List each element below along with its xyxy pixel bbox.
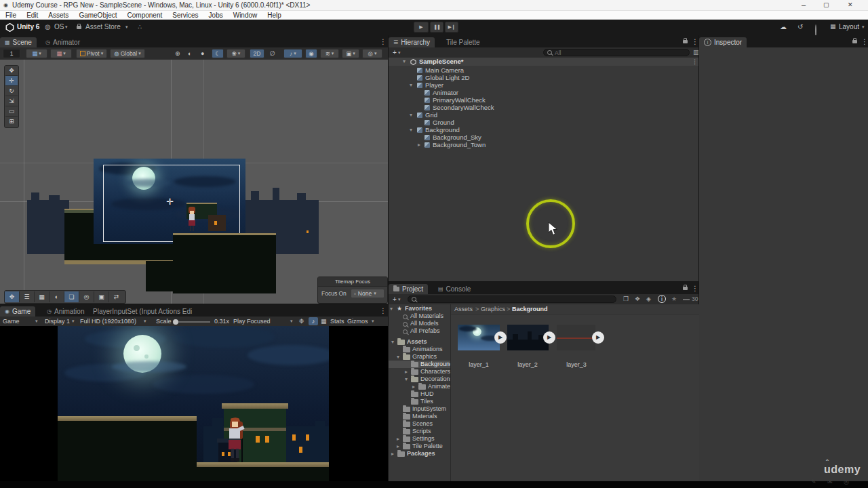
hierarchy-search-input[interactable]: All: [543, 49, 690, 56]
tab-animator[interactable]: ◷ Animator: [41, 37, 85, 47]
step-button[interactable]: ▶❙: [445, 22, 458, 33]
minimize-button[interactable]: –: [802, 1, 806, 9]
tab-game[interactable]: ◉ Game: [0, 306, 35, 317]
menu-component[interactable]: Component: [127, 12, 163, 19]
expand-arrow[interactable]: ▾: [391, 338, 394, 346]
tilemap-paint-button[interactable]: ▦: [35, 291, 50, 302]
move-gizmo[interactable]: ✛: [166, 197, 174, 207]
breadcrumb-assets[interactable]: Assets: [454, 306, 473, 312]
menu-file[interactable]: File: [5, 12, 16, 19]
pause-button[interactable]: ❚❚: [430, 22, 443, 33]
asset-label-layer3[interactable]: layer_3: [556, 361, 597, 368]
collapsed-arrow[interactable]: ▸: [412, 383, 415, 390]
gizmos-scene-button[interactable]: ◎▾: [362, 49, 382, 58]
mode-2d-button[interactable]: 2D: [250, 49, 264, 58]
stats-button[interactable]: Stats: [330, 318, 344, 325]
tree-hud[interactable]: HUD: [389, 390, 450, 398]
account-dropdown-arrow[interactable]: ▾: [65, 24, 68, 30]
effects-button[interactable]: ❀▾: [226, 49, 245, 58]
inspector-menu-icon[interactable]: ⋮: [861, 38, 868, 45]
scene-header-row[interactable]: ▾ SampleScene* ⋮: [389, 58, 698, 66]
search-by-type-icon[interactable]: ❖: [635, 296, 640, 302]
transform-tool-button[interactable]: ⊞: [5, 117, 18, 126]
gizmos-button[interactable]: Gizmos: [347, 318, 368, 325]
favorites-star-icon[interactable]: ★: [671, 296, 677, 302]
asset-thumbnail-layer1[interactable]: [458, 325, 500, 350]
tree-scenes[interactable]: Scenes: [389, 420, 450, 428]
debug-bug-icon[interactable]: ❉: [299, 318, 304, 325]
render-doodads-icon[interactable]: ⊕: [175, 50, 180, 57]
layers-button[interactable]: ≋▾: [320, 49, 339, 58]
tree-scripts[interactable]: Scripts: [389, 428, 450, 435]
asset-thumbnail-layer2[interactable]: [507, 325, 549, 350]
tree-assets[interactable]: ▾Assets: [389, 338, 450, 346]
menu-jobs[interactable]: Jobs: [209, 12, 223, 19]
tilemap-move-button[interactable]: ☰: [20, 291, 35, 302]
menu-gameobject[interactable]: GameObject: [79, 12, 117, 19]
tab-animation[interactable]: ◷ Animation: [42, 306, 89, 317]
tab-project[interactable]: Project: [389, 284, 428, 294]
hierarchy-item-primarywallcheck[interactable]: PrimaryWallCheck: [389, 96, 698, 104]
open-new-window-icon[interactable]: ❐: [623, 296, 629, 302]
rect-tool-button[interactable]: ▭: [5, 106, 18, 117]
layout-dropdown-arrow[interactable]: ▾: [862, 24, 865, 30]
scene-visibility-button[interactable]: ◉: [305, 49, 317, 58]
tree-favorites[interactable]: ▾★Favorites: [389, 305, 450, 312]
tilemap-box-button[interactable]: ◐: [50, 291, 64, 302]
resolution-arrow[interactable]: ▾: [144, 319, 146, 324]
expand-arrow[interactable]: ▾: [410, 81, 412, 89]
hierarchy-lock-icon[interactable]: [683, 40, 688, 43]
hierarchy-item-background-sky[interactable]: Background_Sky: [389, 134, 698, 141]
orientation-toggle-button[interactable]: ◍Global▾: [110, 49, 145, 58]
scale-slider-track[interactable]: [174, 321, 210, 323]
hierarchy-add-button[interactable]: +: [393, 49, 397, 56]
menu-window[interactable]: Window: [233, 12, 258, 19]
hierarchy-add-arrow[interactable]: ▾: [398, 50, 401, 56]
hierarchy-item-player[interactable]: ▾Player: [389, 81, 698, 89]
layout-dropdown[interactable]: Layout: [839, 23, 859, 30]
hierarchy-item-background-town[interactable]: ▸Background_Town: [389, 141, 698, 148]
asset-store-dropdown[interactable]: Asset Store: [85, 23, 121, 30]
expand-sprite-button-layer1[interactable]: ▶: [494, 331, 507, 344]
rotate-tool-button[interactable]: ↻: [5, 86, 18, 96]
tree-inputsystem[interactable]: InputSystem: [389, 405, 450, 413]
expand-arrow[interactable]: ▾: [397, 353, 399, 361]
hierarchy-item-main-camera[interactable]: Main Camera: [389, 66, 698, 74]
tab-hierarchy[interactable]: ☰ Hierarchy: [389, 37, 435, 47]
hierarchy-item-grid[interactable]: ▾Grid: [389, 111, 698, 119]
asset-thumbnail-layer3[interactable]: [557, 325, 595, 350]
expand-arrow[interactable]: ▾: [405, 375, 408, 383]
move-tool-button[interactable]: ✛: [5, 76, 18, 86]
gizmos-arrow[interactable]: ▾: [372, 319, 374, 324]
game-viewport[interactable]: [0, 326, 388, 482]
tab-player-input-set[interactable]: PlayerInputSet (Input Actions Edi: [88, 306, 197, 317]
game-target-dropdown[interactable]: Game: [3, 318, 20, 325]
hierarchy-item-background[interactable]: ▾Background: [389, 126, 698, 134]
display-arrow[interactable]: ▾: [72, 319, 75, 324]
tree-all-materials[interactable]: All Materials: [389, 312, 450, 320]
tree-tile-palette[interactable]: ▸Tile Palette: [389, 443, 450, 450]
search-by-label-icon[interactable]: ◈: [646, 296, 651, 302]
breadcrumb-graphics[interactable]: Graphics: [481, 306, 505, 312]
expand-sprite-button-layer2[interactable]: ▶: [543, 331, 555, 344]
menu-assets[interactable]: Assets: [48, 12, 68, 19]
collapsed-arrow[interactable]: ▸: [418, 141, 420, 148]
tree-graphics[interactable]: ▾Graphics: [389, 353, 450, 361]
project-menu-icon[interactable]: ⋮: [692, 285, 698, 292]
collapsed-arrow[interactable]: ▸: [405, 368, 408, 375]
version-control-icon[interactable]: ∴: [138, 23, 142, 30]
tree-background-selected[interactable]: Background: [389, 361, 450, 368]
tilemap-pick-button[interactable]: ❏: [64, 291, 79, 302]
game-target-arrow[interactable]: ▾: [35, 319, 38, 324]
scene-panel-menu-icon[interactable]: ⋮: [380, 38, 387, 45]
menu-help[interactable]: Help: [267, 12, 281, 19]
vsync-grid-icon[interactable]: ▦: [321, 318, 327, 325]
project-add-button[interactable]: +: [393, 296, 397, 303]
collapsed-arrow[interactable]: ▸: [397, 435, 399, 443]
expand-sprite-button-layer3[interactable]: ▶: [592, 331, 604, 344]
project-lock-icon[interactable]: [683, 287, 688, 290]
tree-all-prefabs[interactable]: All Prefabs: [389, 327, 450, 335]
display-dropdown[interactable]: Display 1: [45, 318, 70, 325]
grid-size-field[interactable]: 1: [3, 49, 20, 58]
tab-inspector[interactable]: i Inspector: [699, 37, 747, 47]
